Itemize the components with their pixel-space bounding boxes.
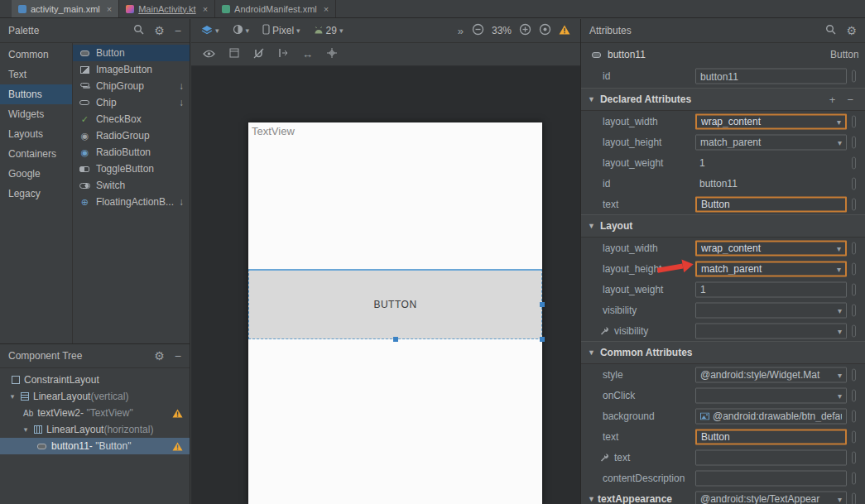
palette-item-switch[interactable]: Switch	[73, 177, 190, 194]
resource-picker-button[interactable]	[852, 283, 856, 295]
resource-picker-button[interactable]	[852, 136, 856, 148]
search-icon[interactable]	[133, 24, 144, 37]
resource-picker-button[interactable]	[852, 492, 856, 504]
resource-picker-button[interactable]	[852, 156, 856, 169]
toolbar-overflow-icon[interactable]: »	[458, 25, 463, 37]
zoom-out-button[interactable]	[472, 23, 484, 38]
text-input[interactable]: Button	[695, 196, 847, 212]
warning-icon[interactable]	[559, 25, 570, 37]
canvas-textview[interactable]: TextView	[252, 125, 295, 137]
onclick-dropdown[interactable]: ▾	[695, 387, 847, 403]
design-mode-selector[interactable]: ▾	[201, 25, 219, 37]
category-text[interactable]: Text	[0, 65, 72, 84]
layout-height-dropdown[interactable]: match_parent▾	[695, 134, 847, 150]
close-icon[interactable]: ×	[203, 4, 208, 14]
resource-picker-button[interactable]	[852, 70, 856, 83]
resource-picker-button[interactable]	[852, 115, 856, 127]
resource-picker-button[interactable]	[852, 451, 856, 463]
category-legacy[interactable]: Legacy	[0, 184, 72, 204]
tab-mainactivity-kt[interactable]: MainActivity.kt ×	[119, 0, 215, 17]
selection-handle-corner[interactable]	[540, 337, 545, 342]
section-layout[interactable]: ▼ Layout	[581, 214, 865, 238]
resource-picker-button[interactable]	[852, 177, 856, 190]
gear-icon[interactable]: ⚙	[846, 25, 857, 36]
palette-item-chipgroup[interactable]: ChipGroup ↓	[73, 78, 190, 94]
zoom-in-button[interactable]	[519, 23, 531, 38]
tree-item-constraintlayout[interactable]: ConstraintLayout	[0, 372, 190, 388]
tools-text-input[interactable]	[695, 449, 847, 465]
visibility-dropdown[interactable]: ▾	[695, 302, 847, 318]
resource-picker-button[interactable]	[852, 198, 856, 210]
resource-picker-button[interactable]	[852, 472, 856, 484]
device-selector[interactable]: Pixel ▾	[262, 24, 300, 37]
contentdescription-input[interactable]	[695, 470, 847, 486]
view-options-eye-icon[interactable]	[203, 49, 215, 60]
palette-item-floatingactionbutton[interactable]: ⊕ FloatingActionB... ↓	[73, 194, 190, 210]
palette-item-checkbox[interactable]: ✓ CheckBox	[73, 111, 190, 127]
layout-height-dropdown[interactable]: match_parent▾	[695, 261, 847, 276]
tree-item-textview2[interactable]: Ab textView2- "TextView"	[0, 405, 190, 421]
resource-picker-button[interactable]	[852, 262, 856, 275]
zoom-to-fit-button[interactable]	[539, 23, 551, 38]
autoconnect-magnet-icon[interactable]	[253, 48, 264, 61]
palette-item-imagebutton[interactable]: ImageButton	[73, 61, 190, 78]
minimize-icon[interactable]: −	[175, 350, 181, 362]
palette-item-radiogroup[interactable]: ◉ RadioGroup	[73, 127, 190, 144]
gear-icon[interactable]: ⚙	[154, 25, 165, 36]
selected-button-element[interactable]: BUTTON	[248, 269, 542, 339]
resource-picker-button[interactable]	[852, 368, 856, 381]
category-common[interactable]: Common	[0, 45, 72, 65]
search-icon[interactable]	[825, 24, 836, 37]
layout-weight-input[interactable]: 1	[695, 281, 847, 297]
add-attribute-button[interactable]: +	[829, 94, 836, 106]
close-icon[interactable]: ×	[107, 4, 112, 14]
background-input[interactable]: @android:drawable/btn_defau	[695, 408, 847, 424]
section-declared-attributes[interactable]: ▼ Declared Attributes + −	[581, 88, 865, 111]
layout-width-dropdown[interactable]: wrap_content▾	[695, 240, 847, 256]
category-layouts[interactable]: Layouts	[0, 124, 72, 144]
minimize-icon[interactable]: −	[175, 25, 181, 36]
selection-handle-bottom[interactable]	[393, 337, 398, 342]
gear-icon[interactable]: ⚙	[154, 350, 165, 362]
close-icon[interactable]: ×	[324, 4, 329, 14]
chevron-down-icon[interactable]: ▾	[22, 425, 30, 434]
textappearance-dropdown[interactable]: @android:style/TextAppear▾	[695, 491, 847, 504]
category-buttons[interactable]: Buttons	[0, 84, 72, 104]
api-selector[interactable]: 29 ▾	[314, 25, 344, 36]
tree-item-linearlayout-vertical[interactable]: ▾ LinearLayout(vertical)	[0, 388, 190, 405]
remove-attribute-button[interactable]: −	[847, 94, 853, 106]
layout-width-dropdown[interactable]: wrap_content▾	[695, 113, 847, 129]
resource-picker-button[interactable]	[852, 242, 856, 254]
resource-picker-button[interactable]	[852, 324, 856, 337]
tab-androidmanifest-xml[interactable]: AndroidManifest.xml ×	[215, 0, 336, 17]
palette-item-togglebutton[interactable]: ToggleButton	[73, 161, 190, 177]
palette-item-button[interactable]: Button	[73, 45, 190, 61]
selection-handle-right[interactable]	[540, 302, 545, 307]
resource-picker-button[interactable]	[852, 430, 856, 443]
resource-picker-button[interactable]	[852, 389, 856, 401]
guidelines-icon[interactable]	[327, 48, 337, 60]
clear-constraints-arrows-icon[interactable]: ↔	[302, 48, 313, 60]
tree-item-linearlayout-horizontal[interactable]: ▾ LinearLayout(horizontal)	[0, 421, 190, 438]
text-input[interactable]: Button	[695, 429, 847, 444]
layout-weight-value[interactable]: 1	[699, 157, 705, 169]
style-dropdown[interactable]: @android:style/Widget.Mat▾	[695, 367, 847, 382]
tools-visibility-dropdown[interactable]: ▾	[695, 323, 847, 338]
chevron-down-icon[interactable]: ▼	[588, 495, 595, 503]
id-value[interactable]: button11	[699, 178, 738, 190]
blueprint-frame-icon[interactable]	[229, 48, 239, 60]
tree-item-button11[interactable]: button11- "Button"	[0, 438, 190, 454]
resource-picker-button[interactable]	[852, 304, 856, 316]
default-margins-icon[interactable]	[278, 48, 288, 60]
id-input[interactable]: button11	[695, 69, 847, 84]
category-containers[interactable]: Containers	[0, 144, 72, 164]
chevron-down-icon[interactable]: ▾	[8, 392, 17, 401]
layout-canvas[interactable]: TextView BUTTON	[248, 122, 542, 504]
category-google[interactable]: Google	[0, 164, 72, 184]
orientation-selector[interactable]: ▾	[233, 24, 250, 37]
tab-activity-main-xml[interactable]: activity_main.xml ×	[12, 0, 119, 17]
resource-picker-button[interactable]	[852, 410, 856, 422]
palette-item-radiobutton[interactable]: ◉ RadioButton	[73, 144, 190, 161]
palette-item-chip[interactable]: Chip ↓	[73, 94, 190, 111]
section-common-attributes[interactable]: ▼ Common Attributes	[581, 341, 865, 364]
